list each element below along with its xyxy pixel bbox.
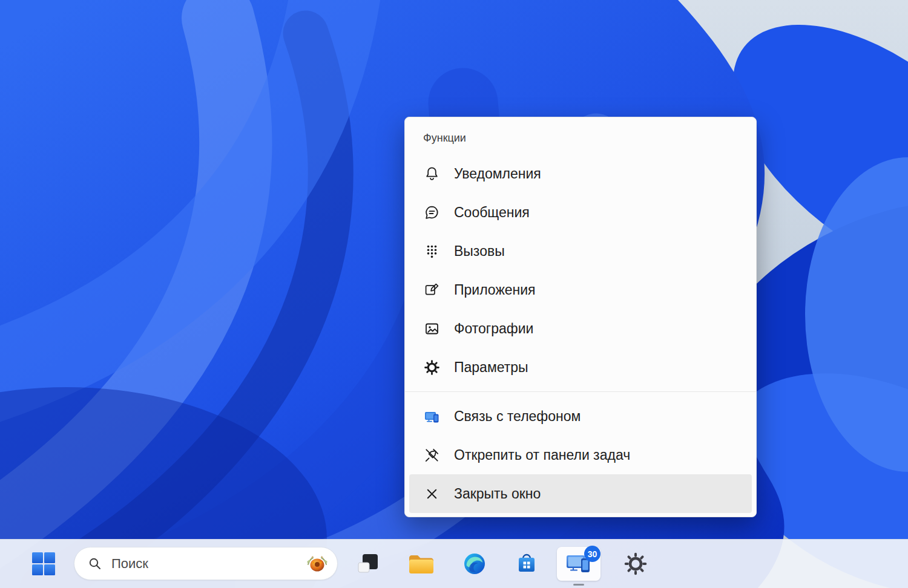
- phone-link-context-menu: Функции Уведомления Сообщения: [404, 117, 757, 517]
- menu-item-photos[interactable]: Фотографии: [405, 309, 756, 348]
- menu-item-calls[interactable]: Вызовы: [405, 232, 756, 270]
- active-indicator: [573, 584, 584, 586]
- store-icon: [515, 552, 539, 576]
- context-menu-header: Функции: [405, 132, 756, 154]
- menu-item-label: Вызовы: [454, 243, 505, 260]
- menu-item-label: Параметры: [454, 359, 528, 376]
- windows-logo-icon: [31, 552, 56, 576]
- file-explorer-button[interactable]: [404, 547, 438, 581]
- menu-item-close-window[interactable]: Закрыть окно: [409, 474, 752, 513]
- notification-badge: 30: [584, 546, 600, 562]
- bell-icon: [423, 165, 440, 182]
- start-button[interactable]: [27, 547, 61, 581]
- desktop: Функции Уведомления Сообщения: [0, 0, 908, 588]
- search-box[interactable]: Поиск: [74, 547, 338, 580]
- task-view-button[interactable]: [351, 547, 385, 581]
- unpin-icon: [423, 446, 440, 463]
- edge-button[interactable]: [458, 547, 492, 581]
- search-highlight-icon[interactable]: [304, 551, 330, 577]
- menu-item-label: Приложения: [454, 282, 536, 298]
- menu-item-label: Открепить от панели задач: [454, 447, 630, 463]
- chat-icon: [423, 204, 440, 221]
- dialpad-icon: [423, 243, 440, 260]
- menu-item-phone-link[interactable]: Связь с телефоном: [405, 397, 756, 436]
- gear-icon: [423, 359, 440, 376]
- menu-item-notifications[interactable]: Уведомления: [405, 154, 756, 193]
- phone-link-button[interactable]: 30: [557, 547, 600, 581]
- menu-item-label: Фотографии: [454, 321, 533, 337]
- settings-gear-icon: [624, 552, 647, 575]
- menu-item-label: Сообщения: [454, 204, 530, 221]
- store-button[interactable]: [510, 547, 544, 581]
- menu-item-label: Закрыть окно: [454, 486, 541, 502]
- search-placeholder: Поиск: [111, 556, 304, 572]
- photos-icon: [423, 320, 440, 337]
- close-icon: [423, 485, 440, 502]
- menu-item-label: Уведомления: [454, 166, 541, 182]
- task-view-icon: [356, 552, 380, 576]
- menu-item-messages[interactable]: Сообщения: [405, 193, 756, 232]
- menu-divider: [405, 391, 756, 392]
- settings-button[interactable]: [619, 547, 653, 581]
- search-icon: [88, 557, 102, 571]
- phone-link-icon: [423, 408, 440, 425]
- menu-item-unpin[interactable]: Открепить от панели задач: [405, 436, 756, 474]
- menu-item-label: Связь с телефоном: [454, 408, 581, 425]
- folder-icon: [407, 552, 435, 575]
- edge-icon: [462, 552, 487, 576]
- apps-icon: [423, 281, 440, 298]
- menu-item-apps[interactable]: Приложения: [405, 270, 756, 309]
- menu-item-settings[interactable]: Параметры: [405, 348, 756, 387]
- taskbar: Поиск: [0, 539, 908, 588]
